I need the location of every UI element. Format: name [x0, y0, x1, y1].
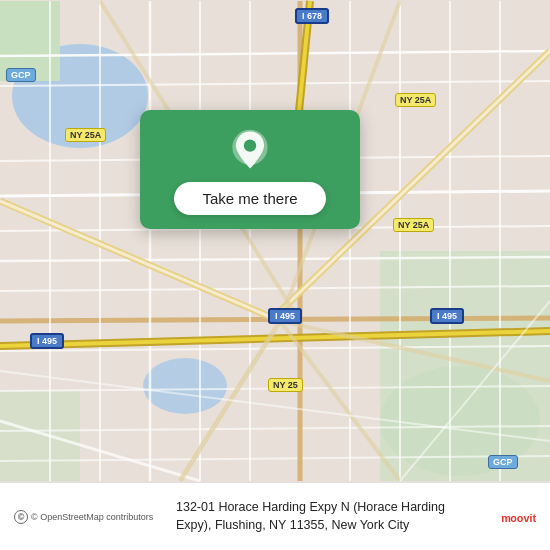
map-container: I 678 NY 25A NY 25A NY 25A I 495 I 495 I…: [0, 0, 550, 482]
road-badge-i495-3: I 495: [430, 308, 464, 324]
location-card: Take me there: [140, 110, 360, 229]
road-badge-gcp-2: GCP: [488, 455, 518, 469]
location-pin-icon: [228, 128, 272, 172]
moovit-icon: m oovit: [500, 499, 536, 535]
road-badge-ny25: NY 25: [268, 378, 303, 392]
address-section: © © OpenStreetMap contributors: [14, 510, 168, 524]
svg-text:oovit: oovit: [510, 511, 536, 523]
osm-attribution: © © OpenStreetMap contributors: [14, 510, 153, 524]
road-badge-ny25a-3: NY 25A: [393, 218, 434, 232]
address-line1: 132-01 Horace Harding Expy N (Horace Har…: [176, 500, 445, 514]
take-me-there-button[interactable]: Take me there: [174, 182, 325, 215]
svg-point-47: [244, 139, 256, 151]
road-badge-ny25a-1: NY 25A: [395, 93, 436, 107]
moovit-logo: m oovit: [500, 499, 536, 535]
osm-icon: ©: [14, 510, 28, 524]
road-badge-i495-1: I 495: [30, 333, 64, 349]
road-badge-i495-2: I 495: [268, 308, 302, 324]
osm-text: © OpenStreetMap contributors: [31, 512, 153, 522]
svg-point-2: [143, 358, 227, 414]
address-block: 132-01 Horace Harding Expy N (Horace Har…: [168, 499, 492, 534]
svg-text:m: m: [501, 511, 511, 523]
svg-rect-5: [0, 391, 80, 481]
app-container: I 678 NY 25A NY 25A NY 25A I 495 I 495 I…: [0, 0, 550, 550]
map-svg: [0, 0, 550, 482]
road-badge-ny25a-2: NY 25A: [65, 128, 106, 142]
address-line2: Expy), Flushing, NY 11355, New York City: [176, 518, 409, 532]
road-badge-gcp-1: GCP: [6, 68, 36, 82]
road-badge-i678: I 678: [295, 8, 329, 24]
info-bar: © © OpenStreetMap contributors 132-01 Ho…: [0, 482, 550, 550]
